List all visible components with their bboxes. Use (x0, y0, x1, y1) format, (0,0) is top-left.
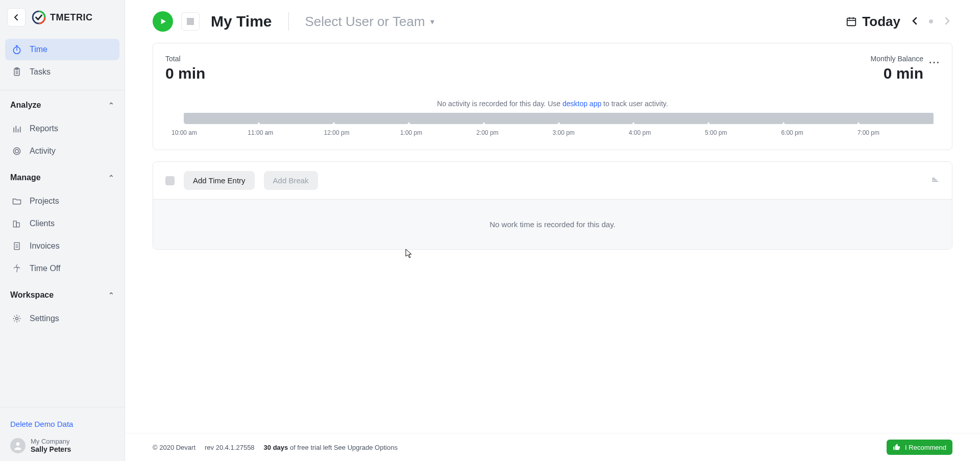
sidebar: TMETRIC Time Tasks Analyze ⌃ (0, 0, 125, 461)
sidebar-item-tasks[interactable]: Tasks (5, 61, 119, 83)
svg-point-4 (13, 148, 20, 154)
timeline-label: 1:00 pm (400, 129, 476, 136)
timeline-label: 4:00 pm (629, 129, 705, 136)
calendar-icon (846, 16, 857, 27)
total-label: Total (165, 55, 205, 63)
user-selector[interactable]: Select User or Team ▾ (305, 14, 434, 30)
svg-point-10 (16, 442, 20, 446)
date-label: Today (862, 14, 900, 30)
balance-value: 0 min (870, 65, 923, 82)
no-activity-message: No activity is recorded for this day. Us… (165, 100, 940, 108)
sidebar-collapse-button[interactable] (7, 8, 26, 27)
thumbs-up-icon (893, 443, 901, 451)
section-manage[interactable]: Manage ⌃ (0, 166, 125, 186)
timeline-label: 10:00 am (172, 129, 248, 136)
section-analyze[interactable]: Analyze ⌃ (0, 93, 125, 114)
today-dot-icon[interactable] (929, 19, 933, 23)
next-day-button[interactable] (942, 14, 952, 30)
sidebar-item-projects[interactable]: Projects (5, 190, 119, 212)
add-time-entry-button[interactable]: Add Time Entry (184, 171, 255, 190)
profile-name: Sally Peters (31, 445, 71, 454)
buildings-icon (11, 218, 22, 229)
summary-card: Total 0 min Monthly Balance 0 min ⋯ No a… (153, 43, 952, 150)
svg-rect-6 (13, 221, 16, 227)
sidebar-item-label: Reports (30, 124, 58, 133)
sidebar-item-invoices[interactable]: Invoices (5, 235, 119, 257)
balance-label: Monthly Balance (870, 55, 923, 63)
stop-timer-button[interactable] (181, 12, 200, 31)
prev-day-button[interactable] (910, 14, 920, 30)
sidebar-item-label: Settings (30, 314, 59, 323)
svg-rect-11 (847, 18, 856, 26)
sidebar-item-time[interactable]: Time (5, 39, 119, 60)
sidebar-item-settings[interactable]: Settings (5, 308, 119, 329)
empty-state: No work time is recorded for this day. (153, 200, 952, 249)
sidebar-item-clients[interactable]: Clients (5, 213, 119, 234)
section-title: Workspace (10, 290, 54, 300)
timeline-label: 5:00 pm (705, 129, 781, 136)
avatar-icon (10, 438, 26, 453)
user-selector-label: Select User or Team (305, 14, 425, 30)
chevron-down-icon: ▾ (430, 17, 434, 27)
timeline-label: 12:00 pm (324, 129, 400, 136)
sort-icon (930, 175, 940, 184)
sidebar-item-label: Time (30, 45, 47, 54)
logo[interactable]: TMETRIC (32, 10, 93, 25)
logo-text: TMETRIC (50, 12, 93, 23)
sidebar-item-label: Tasks (30, 67, 51, 77)
delete-demo-link[interactable]: Delete Demo Data (10, 420, 114, 428)
recommend-label: I Recommend (905, 444, 946, 451)
page-title: My Time (211, 13, 272, 30)
date-picker[interactable]: Today (846, 14, 900, 30)
timeline-label: 6:00 pm (781, 129, 857, 136)
sidebar-item-label: Clients (30, 219, 55, 228)
folder-icon (11, 196, 22, 207)
dots-horizontal-icon: ⋯ (928, 56, 940, 68)
logo-icon (32, 10, 46, 25)
clipboard-icon (11, 66, 22, 78)
recommend-button[interactable]: I Recommend (887, 440, 952, 455)
desktop-app-link[interactable]: desktop app (562, 100, 601, 108)
chevron-right-icon (944, 17, 950, 25)
profile-menu[interactable]: My Company Sally Peters (10, 438, 114, 454)
sidebar-item-label: Activity (30, 147, 56, 156)
select-all-checkbox[interactable] (165, 176, 175, 185)
entries-card: Add Time Entry Add Break No work time is… (153, 161, 952, 250)
sidebar-item-label: Projects (30, 197, 59, 206)
sidebar-item-activity[interactable]: Activity (5, 140, 119, 162)
gear-icon (11, 313, 22, 324)
section-title: Analyze (10, 101, 41, 110)
total-value: 0 min (165, 65, 205, 82)
sort-button[interactable] (930, 175, 940, 186)
svg-rect-7 (16, 223, 19, 227)
sidebar-item-label: Time Off (30, 264, 60, 273)
add-break-button[interactable]: Add Break (264, 171, 318, 190)
start-timer-button[interactable] (153, 11, 173, 32)
chevron-up-icon: ⌃ (108, 291, 114, 299)
stopwatch-icon (11, 44, 22, 55)
trial-message[interactable]: of free trial left See Upgrade Options (288, 444, 398, 451)
sidebar-item-timeoff[interactable]: Time Off (5, 258, 119, 279)
timeline-label: 3:00 pm (552, 129, 628, 136)
section-workspace[interactable]: Workspace ⌃ (0, 283, 125, 304)
timeline: 10:00 am11:00 am12:00 pm1:00 pm2:00 pm3:… (172, 113, 934, 136)
topbar: My Time Select User or Team ▾ Today (125, 0, 980, 43)
main-content: My Time Select User or Team ▾ Today (125, 0, 980, 461)
play-icon (159, 17, 167, 26)
chevron-up-icon: ⌃ (108, 174, 114, 182)
chevron-up-icon: ⌃ (108, 101, 114, 109)
stop-icon (187, 18, 194, 25)
timeline-label: 11:00 am (248, 129, 324, 136)
invoice-icon (11, 240, 22, 252)
svg-point-5 (15, 150, 19, 153)
chevron-left-icon (912, 17, 918, 25)
summary-menu-button[interactable]: ⋯ (928, 56, 940, 69)
sidebar-item-label: Invoices (30, 241, 60, 251)
timeline-label: 7:00 pm (857, 129, 934, 136)
profile-company: My Company (31, 438, 71, 446)
bar-chart-icon (11, 123, 22, 134)
trial-days: 30 days (264, 444, 288, 451)
footer-copyright: © 2020 Devart (153, 444, 195, 451)
section-title: Manage (10, 173, 41, 182)
sidebar-item-reports[interactable]: Reports (5, 118, 119, 139)
